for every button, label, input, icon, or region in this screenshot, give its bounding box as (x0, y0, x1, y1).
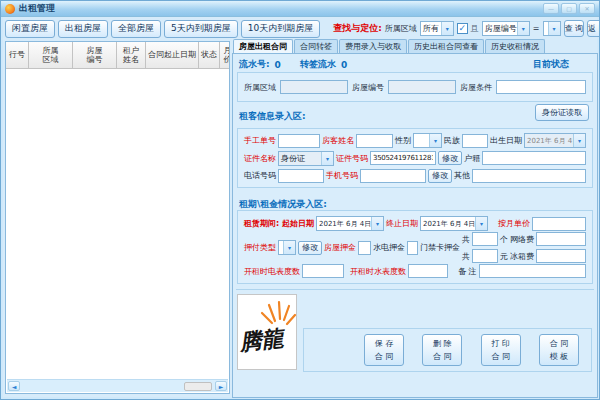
birth-date-label: 出生日期 (490, 135, 522, 146)
window-title: 出租管理 (19, 2, 55, 15)
fridge-fee-input[interactable] (536, 249, 586, 263)
card-count-input[interactable] (472, 232, 498, 246)
chevron-down-icon[interactable]: ▾ (429, 134, 441, 147)
horizontal-scrollbar[interactable]: ◄ ► (7, 379, 228, 392)
tab-history-rent[interactable]: 历史收租情况 (485, 39, 545, 53)
col-tenant-name[interactable]: 租户 姓名 (117, 42, 146, 69)
due-5days-button[interactable]: 5天内到期房屋 (164, 20, 238, 38)
search-region-label: 所属区域 (385, 23, 417, 34)
titlebar: 出租管理 — ▢ ✕ (1, 1, 599, 17)
minimize-button[interactable]: — (543, 3, 559, 14)
col-region[interactable]: 所属 区域 (29, 42, 73, 69)
manual-no-input[interactable] (278, 134, 320, 148)
tab-fee-entry[interactable]: 费用录入与收取 (339, 39, 407, 53)
col-row-number[interactable]: 行号 (6, 42, 29, 69)
chevron-down-icon[interactable]: ▾ (548, 22, 560, 35)
chevron-down-icon[interactable]: ▾ (321, 152, 333, 165)
phone-input[interactable] (278, 169, 324, 183)
search-keyword-combo[interactable]: ▾ (543, 21, 561, 36)
due-10days-button[interactable]: 10天内到期房屋 (241, 20, 320, 38)
col-status[interactable]: 状态 (199, 42, 220, 69)
col-monthly-price[interactable]: 月 价 (220, 42, 230, 69)
scroll-left-icon[interactable]: ◄ (8, 381, 20, 391)
delete-contract-button[interactable]: 删 除 合 同 (422, 334, 462, 366)
current-status-label: 目前状态 (533, 58, 569, 71)
tab-contract-transfer[interactable]: 合同转签 (294, 39, 338, 53)
chevron-down-icon[interactable]: ▾ (517, 22, 529, 35)
check-icon: ✓ (459, 24, 467, 33)
house-deposit-input[interactable] (358, 241, 371, 255)
col-contract-dates[interactable]: 合同起止日期 (146, 42, 199, 69)
cert-no-label: 证件号码 (336, 153, 368, 164)
unit-amount-label: 元 (500, 251, 508, 262)
search-region-select[interactable]: 所有 ▾ (420, 21, 454, 36)
network-fee-label: 网络费 (510, 234, 534, 245)
network-fee-input[interactable] (536, 232, 586, 246)
registry-input[interactable] (482, 151, 586, 165)
chevron-down-icon[interactable]: ▾ (371, 217, 383, 230)
idle-houses-button[interactable]: 闲置房屋 (5, 20, 55, 38)
birth-date-picker[interactable]: 2021年 6月 4日 ▾ (524, 133, 586, 148)
cert-name-label: 证件名称 (244, 153, 276, 164)
cert-no-input[interactable] (370, 151, 436, 165)
tab-history-contracts[interactable]: 历史出租合同查看 (408, 39, 484, 53)
tenglong-logo: 腾龍 (237, 294, 297, 370)
chevron-down-icon[interactable]: ▾ (573, 134, 585, 147)
house-number-input[interactable] (388, 80, 456, 94)
tab-rental-contract[interactable]: 房屋出租合同 (233, 39, 293, 53)
col-house-number[interactable]: 房屋 编号 (73, 42, 117, 69)
scroll-right-icon[interactable]: ► (215, 381, 227, 391)
serial-row: 流水号: 0 转签流水 0 目前状态 (239, 58, 589, 71)
deposit-modify-button[interactable]: 修改 (298, 241, 322, 255)
other-input[interactable] (472, 169, 586, 183)
tenant-info-group: 手工单号 房客姓名 性别 ▾ 民族 出生日期 2021年 6月 4日 ▾ (237, 128, 593, 188)
start-date-picker[interactable]: 2021年 6月 4日 ▾ (316, 216, 384, 231)
electric-meter-input[interactable] (302, 264, 344, 278)
deposit-type-label: 押付类型 (244, 242, 276, 253)
save-contract-button[interactable]: 保 存 合 同 (364, 334, 404, 366)
query-button[interactable]: 查 询 (564, 20, 585, 37)
print-contract-button[interactable]: 打 印 合 同 (481, 334, 521, 366)
card-amount-input[interactable] (472, 249, 498, 263)
house-condition-label: 房屋条件 (460, 82, 492, 93)
registry-label: 户籍 (464, 153, 480, 164)
chevron-down-icon[interactable]: ▾ (441, 22, 453, 35)
total-label: 共 (462, 234, 470, 245)
rental-contract-panel: 流水号: 0 转签流水 0 目前状态 所属区域 房屋编号 房屋条件 租客信息录入… (232, 53, 598, 398)
house-condition-input[interactable] (496, 80, 586, 94)
logo-rays-icon: 腾龍 (238, 295, 296, 369)
mobile-input[interactable] (360, 169, 426, 183)
rent-info-group: 租赁期间: 起始日期 2021年 6月 4日 ▾ 终止日期 2021年 6月 4… (237, 210, 593, 284)
cert-name-select[interactable]: 身份证 ▾ (278, 151, 334, 166)
cert-no-modify-button[interactable]: 修改 (438, 151, 462, 165)
house-region-input[interactable] (280, 80, 348, 94)
utility-deposit-input[interactable] (407, 241, 418, 255)
maximize-button[interactable]: ▢ (561, 3, 577, 14)
ethnic-input[interactable] (462, 134, 488, 148)
all-houses-button[interactable]: 全部房屋 (111, 20, 161, 38)
id-card-read-button[interactable]: 身份证读取 (535, 104, 589, 121)
equals-sign: = (533, 24, 540, 33)
return-button[interactable]: 返 回 (587, 20, 600, 37)
water-meter-input[interactable] (408, 264, 448, 278)
tenant-name-input[interactable] (356, 134, 393, 148)
mobile-modify-button[interactable]: 修改 (428, 169, 452, 183)
remark-input[interactable] (479, 264, 586, 278)
deposit-type-select[interactable]: ▾ (278, 240, 296, 255)
monthly-price-input[interactable] (532, 217, 586, 231)
scrollbar-thumb[interactable] (184, 382, 212, 391)
and-label: 且 (471, 23, 479, 34)
gender-select[interactable]: ▾ (413, 133, 442, 148)
window-controls: — ▢ ✕ (543, 3, 595, 14)
house-list-table[interactable]: 行号 所属 区域 房屋 编号 租户 姓名 合同起止日期 状态 月 价 ◄ ► (5, 41, 230, 394)
contract-template-button[interactable]: 合 同 模 板 (539, 334, 579, 366)
close-button[interactable]: ✕ (579, 3, 595, 14)
chevron-down-icon[interactable]: ▾ (283, 241, 295, 254)
app-icon (5, 4, 15, 14)
search-field-select[interactable]: 房屋编号 ▾ (482, 21, 530, 36)
chevron-down-icon[interactable]: ▾ (475, 217, 487, 230)
end-date-picker[interactable]: 2021年 6月 4日 ▾ (420, 216, 488, 231)
table-header-row: 行号 所属 区域 房屋 编号 租户 姓名 合同起止日期 状态 月 价 (6, 42, 229, 69)
rented-houses-button[interactable]: 出租房屋 (58, 20, 108, 38)
and-checkbox[interactable]: ✓ (457, 23, 468, 34)
